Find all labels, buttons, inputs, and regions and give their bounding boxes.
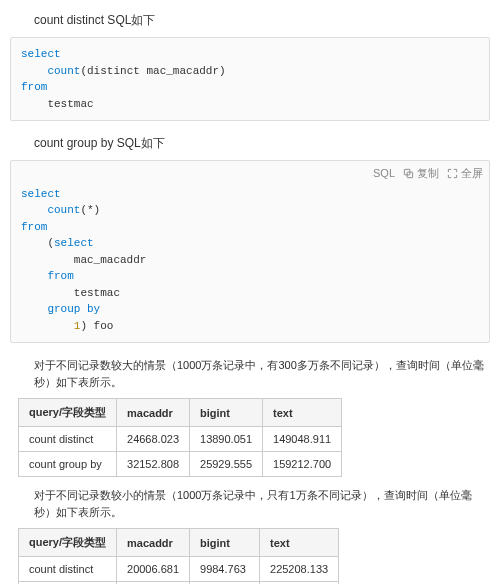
code-block-1: select count(distinct mac_macaddr) from …	[10, 37, 490, 121]
kw-from: from	[21, 221, 47, 233]
code-text: (distinct mac_macaddr)	[80, 65, 225, 77]
table-cell: 159212.700	[263, 452, 342, 477]
code-text: (	[21, 237, 54, 249]
row-label: count group by	[19, 452, 117, 477]
code-text	[21, 320, 74, 332]
code-toolbar: SQL 复制 全屏	[373, 165, 483, 182]
table-header: bigint	[190, 399, 263, 427]
results-table-1: query/字段类型 macaddr bigint text count dis…	[18, 398, 342, 477]
table-header: macaddr	[117, 529, 190, 557]
table-header: text	[263, 399, 342, 427]
fullscreen-button[interactable]: 全屏	[447, 165, 483, 182]
results-table-2: query/字段类型 macaddr bigint text count dis…	[18, 528, 339, 584]
table-cell: 225208.133	[260, 557, 339, 582]
code-lang-label: SQL	[373, 165, 395, 182]
section-title-1: count distinct SQL如下	[34, 12, 490, 29]
kw-from: from	[21, 81, 47, 93]
table-row: count distinct 20006.681 9984.763 225208…	[19, 557, 339, 582]
copy-label: 复制	[417, 165, 439, 182]
table-row: count distinct 24668.023 13890.051 14904…	[19, 427, 342, 452]
kw-select: select	[21, 48, 61, 60]
table-cell: 13890.051	[190, 427, 263, 452]
kw-count: count	[47, 204, 80, 216]
code-text: testmac	[21, 98, 94, 110]
code-text: testmac	[21, 287, 120, 299]
fullscreen-label: 全屏	[461, 165, 483, 182]
table-header: bigint	[190, 529, 260, 557]
table-header: query/字段类型	[19, 529, 117, 557]
kw-select: select	[21, 188, 61, 200]
kw-count: count	[47, 65, 80, 77]
table-cell: 20006.681	[117, 557, 190, 582]
table-cell: 25929.555	[190, 452, 263, 477]
table-row: count group by 32152.808 25929.555 15921…	[19, 452, 342, 477]
code-text: (*)	[80, 204, 100, 216]
code-text: ) foo	[80, 320, 113, 332]
paragraph: 对于不同记录数较大的情景（1000万条记录中，有300多万条不同记录），查询时间…	[34, 357, 490, 390]
section-title-2: count group by SQL如下	[34, 135, 490, 152]
copy-icon	[403, 168, 414, 179]
fullscreen-icon	[447, 168, 458, 179]
code-block-2: SQL 复制 全屏 select count(*) from (select m…	[10, 160, 490, 343]
code-text: mac_macaddr	[21, 254, 146, 266]
kw-from: from	[47, 270, 73, 282]
table-header: text	[260, 529, 339, 557]
table-cell: 149048.911	[263, 427, 342, 452]
row-label: count distinct	[19, 557, 117, 582]
kw-select: select	[54, 237, 94, 249]
paragraph: 对于不同记录数较小的情景（1000万条记录中，只有1万条不同记录），查询时间（单…	[34, 487, 490, 520]
row-label: count distinct	[19, 427, 117, 452]
table-header: macaddr	[117, 399, 190, 427]
code-text	[21, 270, 47, 282]
table-header: query/字段类型	[19, 399, 117, 427]
kw-groupby: group by	[47, 303, 100, 315]
table-cell: 24668.023	[117, 427, 190, 452]
table-cell: 32152.808	[117, 452, 190, 477]
table-cell: 9984.763	[190, 557, 260, 582]
copy-button[interactable]: 复制	[403, 165, 439, 182]
code-text	[21, 303, 47, 315]
